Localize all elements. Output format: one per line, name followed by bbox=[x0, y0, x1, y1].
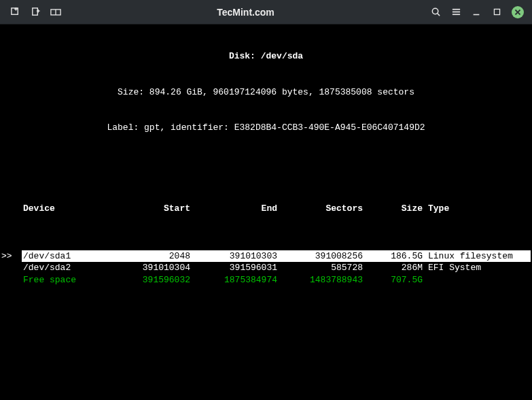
cell-device: /dev/sda1 bbox=[22, 250, 110, 263]
cell-type bbox=[423, 274, 531, 286]
titlebar-left-group bbox=[10, 7, 61, 18]
cell-sectors: 1483788943 bbox=[277, 274, 363, 286]
svg-point-8 bbox=[432, 8, 438, 14]
table-row[interactable]: >>/dev/sda12048391010303391008256186.5GL… bbox=[1, 250, 531, 263]
search-icon[interactable] bbox=[430, 7, 441, 18]
cell-end: 391010303 bbox=[190, 250, 277, 263]
cell-sectors: 391008256 bbox=[277, 250, 363, 263]
cell-type: Linux filesystem bbox=[423, 250, 531, 263]
svg-line-9 bbox=[437, 14, 439, 16]
new-tab-icon[interactable] bbox=[10, 7, 20, 18]
close-icon[interactable] bbox=[512, 6, 524, 18]
cell-start: 391596032 bbox=[110, 274, 190, 286]
row-marker bbox=[1, 274, 22, 286]
cell-end: 1875384974 bbox=[190, 274, 277, 286]
titlebar-right-group bbox=[430, 6, 524, 18]
disk-size-line: Size: 894.26 GiB, 960197124096 bytes, 18… bbox=[1, 86, 531, 99]
cell-device: /dev/sda2 bbox=[22, 262, 110, 274]
col-sectors: Sectors bbox=[277, 203, 363, 215]
terminal-area[interactable]: Disk: /dev/sda Size: 894.26 GiB, 9601971… bbox=[0, 24, 532, 400]
table-header: Device Start End Sectors Size Type bbox=[1, 203, 531, 215]
split-icon[interactable] bbox=[50, 7, 61, 18]
row-marker: >> bbox=[1, 250, 22, 263]
cell-sectors: 585728 bbox=[277, 262, 363, 274]
cell-size: 707.5G bbox=[363, 274, 423, 286]
titlebar: TecMint.com bbox=[0, 0, 532, 24]
cell-end: 391596031 bbox=[190, 262, 277, 274]
cell-device: Free space bbox=[22, 274, 110, 286]
disk-title: Disk: /dev/sda bbox=[1, 50, 531, 63]
minimize-icon[interactable] bbox=[471, 7, 482, 18]
col-size: Size bbox=[363, 203, 423, 215]
cell-start: 2048 bbox=[110, 250, 190, 263]
disk-label-line: Label: gpt, identifier: E382D8B4-CCB3-49… bbox=[1, 122, 531, 134]
cell-size: 286M bbox=[363, 262, 423, 274]
col-type: Type bbox=[423, 203, 531, 215]
table-row[interactable]: /dev/sda2391010304391596031585728286MEFI… bbox=[1, 262, 531, 274]
cell-size: 186.5G bbox=[363, 250, 423, 263]
col-device: Device bbox=[22, 203, 110, 215]
menu-icon[interactable] bbox=[450, 7, 461, 18]
svg-rect-14 bbox=[494, 9, 499, 14]
cell-type: EFI System bbox=[423, 262, 531, 274]
cell-start: 391010304 bbox=[110, 262, 190, 274]
partition-table: >>/dev/sda12048391010303391008256186.5GL… bbox=[1, 250, 531, 286]
col-end: End bbox=[190, 203, 277, 215]
col-start: Start bbox=[110, 203, 190, 215]
window-title: TecMint.com bbox=[61, 7, 430, 18]
new-window-icon[interactable] bbox=[30, 7, 41, 18]
table-row[interactable]: Free space391596032187538497414837889437… bbox=[1, 274, 531, 286]
svg-rect-3 bbox=[32, 8, 37, 15]
maximize-icon[interactable] bbox=[491, 7, 502, 18]
row-marker bbox=[1, 262, 22, 274]
